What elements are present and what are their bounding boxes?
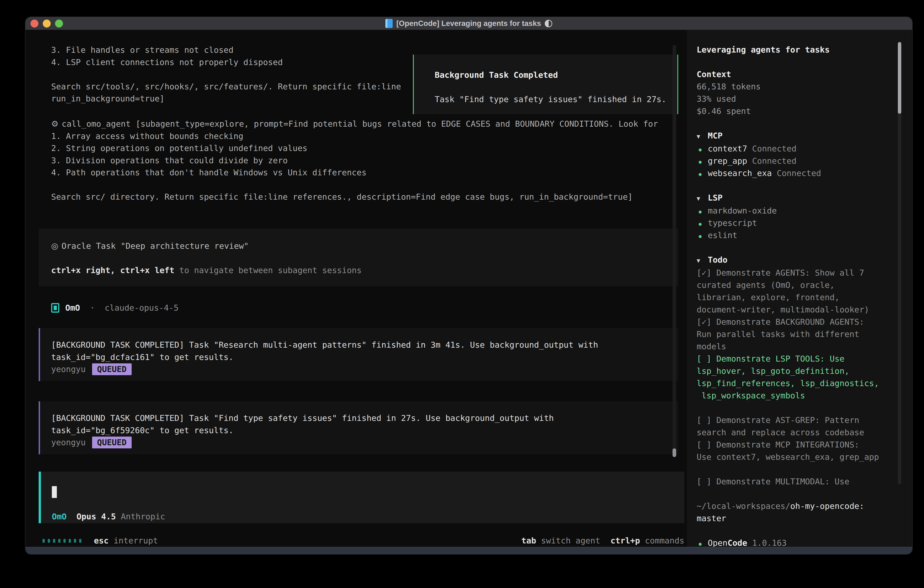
traffic-lights	[30, 17, 63, 30]
green-dot-icon	[699, 205, 708, 217]
oracle-hint-keys: ctrl+x right, ctrl+x left	[51, 266, 174, 275]
mcp-name: websearch_exa	[708, 168, 772, 178]
main-scrollbar-thumb[interactable]	[673, 448, 676, 457]
terminal-line: 4. LSP client connections not properly d…	[51, 56, 401, 68]
agent-model: claude-opus-4-5	[105, 302, 178, 314]
tool-call-line: 2. String operations on potentially unde…	[51, 142, 658, 154]
context-stats: 66,518 tokens33% used$0.46 spent	[696, 81, 912, 117]
task-line1: [BACKGROUND TASK COMPLETED] Task "Find t…	[51, 412, 678, 424]
titlebar[interactable]: [OpenCode] Leveraging agents for tasks	[25, 17, 912, 30]
green-dot-icon	[699, 142, 708, 155]
oracle-hint-line: ctrl+x right, ctrl+x left to navigate be…	[51, 264, 678, 276]
input-gap2	[116, 512, 121, 521]
main-scrollbar-track[interactable]	[673, 45, 676, 457]
oracle-task-box: ◎Oracle Task "Deep architecture review" …	[39, 228, 678, 286]
shortcut-label: commands	[645, 536, 684, 545]
lsp-item: markdown-oxide	[696, 205, 912, 217]
todo-line: [✓] Demonstrate BACKGROUND AGENTS:	[696, 316, 912, 328]
opencode-window: [OpenCode] Leveraging agents for tasks 3…	[25, 17, 912, 554]
toast-spacer	[435, 81, 677, 93]
mcp-items: context7 Connectedgrep_app Connectedwebs…	[696, 142, 912, 179]
desktop: { "window": { "title": "[OpenCode] Lever…	[0, 0, 924, 588]
tool-call-line	[51, 179, 658, 191]
todo-line: [ ] Demonstrate LSP TOOLS: Use	[696, 353, 912, 365]
todo-line: curated agents (OmO, oracle,	[696, 279, 912, 291]
app-name-bold: Code	[728, 538, 747, 547]
terminal-line: run_in_background=true]	[51, 92, 401, 105]
tool-call-line: Search src/ directory. Return specific f…	[51, 191, 658, 203]
scrollback-text: 3. File handles or streams not closed4. …	[51, 44, 401, 105]
fisheye-icon: ◎	[51, 241, 58, 251]
terminal-line	[51, 68, 401, 81]
input-provider: Anthropic	[121, 512, 165, 521]
half-moon-busy-icon	[545, 20, 552, 27]
window-bottom-bar	[25, 547, 912, 554]
separator-dot	[80, 302, 90, 314]
green-dot-icon	[699, 217, 708, 229]
shortcut-hint: ctrl+p commands	[610, 535, 684, 547]
toast-title: Background Task Completed	[435, 69, 677, 81]
status-right: tab switch agentctrl+p commands	[521, 535, 684, 547]
task-footer: yeongyuQUEUED	[51, 436, 678, 449]
sidebar-scrollbar-thumb[interactable]	[898, 42, 901, 114]
todo-section-header[interactable]: ▼Todo	[696, 254, 912, 267]
todo-line: librarian, explore, frontend,	[696, 291, 912, 304]
terminal-main-pane: 3. File handles or streams not closed4. …	[25, 30, 687, 547]
close-window-button[interactable]	[30, 20, 38, 28]
context-stat-line: 66,518 tokens	[696, 81, 912, 93]
session-title: Leveraging agents for tasks	[696, 44, 912, 56]
task-message-block: [BACKGROUND TASK COMPLETED] Task "Resear…	[39, 328, 678, 381]
window-content: 3. File handles or streams not closed4. …	[25, 30, 912, 547]
status-gap	[109, 535, 114, 547]
todo-line: lsp_workspace_symbols	[696, 390, 912, 402]
green-dot-icon	[699, 537, 708, 547]
todo-line	[696, 463, 912, 476]
middle-dot: ·	[90, 302, 95, 314]
todo-line: [ ] Demonstrate MULTIMODAL: Use	[696, 476, 912, 488]
task-footer: yeongyuQUEUED	[51, 363, 678, 375]
mcp-section-header[interactable]: ▼MCP	[696, 130, 912, 142]
app-version: 1.0.163	[752, 538, 787, 547]
mcp-name: grep_app	[708, 156, 747, 165]
oracle-title: Oracle Task "Deep architecture review"	[61, 241, 249, 251]
chevron-down-icon: ▼	[696, 254, 708, 267]
todo-line: [ ] Demonstrate AST-GREP: Pattern	[696, 414, 912, 426]
status-bar: esc interrupt tab switch agentctrl+p com…	[43, 535, 684, 547]
green-dot-icon	[699, 155, 708, 167]
shortcut-label: switch agent	[541, 536, 600, 545]
workspace-branch: master	[696, 512, 912, 525]
workspace-prefix: ~/local-workspaces/	[696, 501, 790, 511]
status-badge: QUEUED	[92, 436, 132, 448]
oracle-hint-rest: to navigate between subagent sessions	[174, 266, 362, 275]
tool-call-line: 4. Path operations that don't handle Win…	[51, 167, 658, 179]
esc-key-hint: esc	[94, 535, 109, 547]
mcp-item: websearch_exa Connected	[696, 167, 912, 179]
task-line1: [BACKGROUND TASK COMPLETED] Task "Resear…	[51, 339, 678, 351]
background-task-toast[interactable]: Background Task Completed Task "Find typ…	[413, 55, 678, 114]
task-author: yeongyu	[51, 365, 86, 374]
lsp-name: eslint	[708, 231, 738, 240]
spinner-dots-icon	[43, 539, 81, 543]
todo-heading-label: Todo	[708, 255, 728, 264]
task-message-blocks: [BACKGROUND TASK COMPLETED] Task "Resear…	[39, 328, 678, 474]
lsp-section-header[interactable]: ▼LSP	[696, 192, 912, 205]
oracle-spacer	[51, 252, 678, 264]
minimize-window-button[interactable]	[43, 20, 51, 28]
document-icon	[385, 19, 393, 28]
green-dot-icon	[699, 229, 708, 241]
mcp-status: Connected	[752, 156, 797, 165]
context-stat-line: 33% used	[696, 93, 912, 105]
shortcut-key: tab	[521, 536, 536, 545]
session-sidebar: Leveraging agents for tasks Context 66,5…	[687, 30, 912, 547]
mcp-gap	[747, 156, 752, 165]
prompt-input[interactable]: OmO Opus 4.5 Anthropic	[39, 472, 684, 523]
todo-line: document-writer, multimodal-looker)	[696, 304, 912, 316]
mcp-item: context7 Connected	[696, 142, 912, 155]
status-badge: QUEUED	[92, 363, 132, 375]
shortcut-key: ctrl+p	[610, 536, 640, 545]
todo-line: Use context7, websearch_exa, grep_app	[696, 451, 912, 463]
lsp-item: eslint	[696, 229, 912, 241]
toast-body: Task "Find type safety issues" finished …	[435, 93, 677, 106]
zoom-window-button[interactable]	[55, 20, 63, 28]
todo-line: Run parallel tasks with different	[696, 328, 912, 340]
